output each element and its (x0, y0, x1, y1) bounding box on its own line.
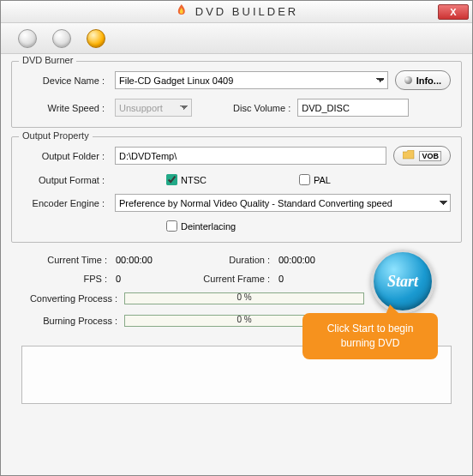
info-button-label: Info... (416, 75, 441, 86)
folder-icon (403, 150, 415, 161)
vob-button[interactable]: VOB (393, 146, 451, 166)
deinterlace-checkbox[interactable] (166, 220, 177, 232)
output-property-legend: Output Property (19, 130, 93, 141)
toolbar (1, 23, 472, 54)
content: DVD Burner Device Name : File-CD Gadget … (1, 54, 472, 414)
disc-volume-label: Disc Volume : (233, 103, 290, 113)
disc-icon (404, 76, 412, 84)
burning-process-label: Burning Process : (21, 316, 124, 326)
disc-volume-input[interactable] (297, 99, 409, 117)
ntsc-checkbox[interactable] (166, 174, 177, 185)
current-time-label: Current Time : (21, 255, 107, 265)
deinterlace-label: Deinterlacing (181, 221, 236, 232)
ntsc-checkbox-wrap[interactable]: NTSC (166, 174, 207, 185)
duration-label: Duration : (201, 255, 270, 265)
step-orb-2[interactable] (52, 29, 71, 48)
dvd-burner-legend: DVD Burner (19, 55, 76, 65)
callout-tooltip: Click Start to begin burning DVD (302, 313, 438, 359)
window-title-wrap: DVD BUILDER (175, 3, 298, 20)
write-speed-select: Unsupport (115, 99, 192, 117)
encoder-engine-select[interactable]: Preference by Normal Video Quality - Sta… (115, 194, 451, 212)
current-time-value: 00:00:00 (116, 255, 201, 265)
current-frame-label: Current Frame : (201, 274, 270, 284)
ntsc-label: NTSC (181, 175, 207, 185)
info-button[interactable]: Info... (395, 70, 451, 90)
start-button-label: Start (387, 273, 418, 291)
deinterlace-checkbox-wrap[interactable]: Deinterlacing (166, 220, 236, 232)
close-button[interactable]: X (438, 4, 469, 20)
pal-checkbox[interactable] (299, 174, 310, 185)
close-icon: X (450, 7, 456, 17)
converting-progress: 0 % (124, 292, 364, 304)
device-name-select[interactable]: File-CD Gadget Linux 0409 (115, 71, 388, 89)
pal-checkbox-wrap[interactable]: PAL (299, 174, 331, 185)
fps-value: 0 (116, 274, 201, 284)
start-button[interactable]: Start (371, 250, 434, 313)
window-title: DVD BUILDER (195, 5, 298, 18)
write-speed-label: Write Speed : (22, 103, 108, 113)
output-property-group: Output Property Output Folder : VOB Outp… (11, 136, 462, 243)
titlebar: DVD BUILDER X (1, 1, 472, 23)
step-orb-1[interactable] (18, 29, 37, 48)
fps-label: FPS : (21, 274, 107, 284)
app-window: DVD BUILDER X DVD Burner Device Name : F… (0, 0, 473, 476)
output-format-label: Output Format : (22, 175, 108, 185)
status-panel: Current Time : 00:00:00 Duration : 00:00… (11, 251, 462, 344)
converting-process-label: Converting Process : (21, 293, 124, 304)
device-name-label: Device Name : (22, 75, 108, 86)
converting-pct: 0 % (125, 292, 363, 302)
flame-icon (175, 3, 189, 20)
output-folder-input[interactable] (115, 147, 386, 165)
step-orb-3[interactable] (87, 29, 105, 48)
encoder-engine-label: Encoder Engine : (22, 198, 108, 208)
duration-value: 00:00:00 (278, 255, 364, 265)
dvd-burner-group: DVD Burner Device Name : File-CD Gadget … (11, 61, 462, 128)
vob-button-label: VOB (419, 151, 441, 161)
pal-label: PAL (314, 175, 331, 185)
current-frame-value: 0 (278, 274, 364, 284)
output-folder-label: Output Folder : (22, 151, 108, 161)
